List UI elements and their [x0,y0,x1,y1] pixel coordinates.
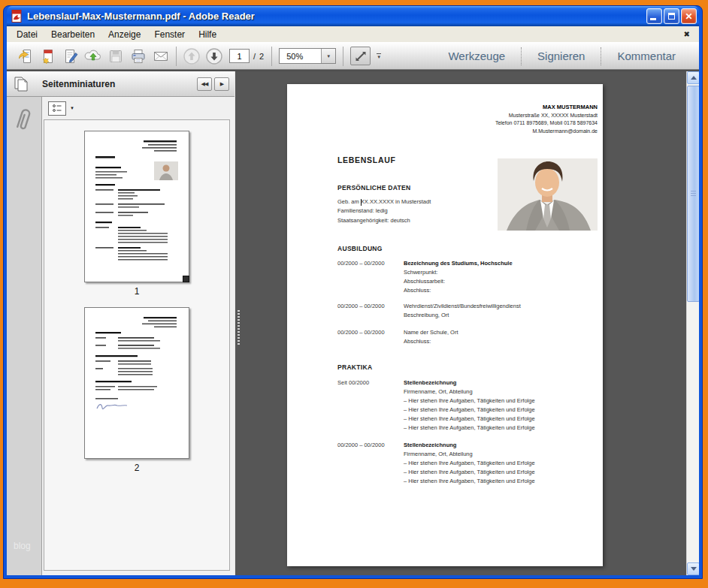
toolbar-separator [176,47,177,66]
page-1-preview [84,131,189,282]
previous-page-button[interactable] [180,46,203,67]
page-2-preview [84,307,189,459]
scroll-up-button[interactable] [687,71,699,84]
section-heading-personal: PERSÖNLICHE DATEN [337,184,411,191]
menu-bar: Datei Bearbeiten Anzeige Fenster Hilfe ✖ [7,26,699,42]
entry-title: Bezeichnung des Studiums, Hochschule [404,259,513,268]
contact-block: MAX MUSTERMANN Musterstraße XX, XXXXX Mu… [495,104,598,135]
entry-bullet: – Hier stehen Ihre Aufgaben, Tätigkeiten… [404,477,535,486]
adobe-reader-window: Lebenslauf-Max-Mustermann.pdf - Adobe Re… [3,5,703,579]
contact-email: M.Mustermann@domain.de [495,128,598,136]
education-entry: 00/2000 – 00/2000 Name der Schule, Ort A… [337,328,458,346]
fit-page-button[interactable] [350,47,371,65]
open-file-button[interactable] [14,46,37,67]
print-icon [129,47,147,65]
praktika-entry: Seit 00/2000 Stellenbezeichnung Firmenna… [337,378,535,432]
personal-data-lines: Geb. am XX.XX.XXXX in Musterstadt Famili… [337,198,431,225]
cloud-upload-button[interactable] [82,46,104,67]
family-line: Familienstand: ledig [337,207,431,216]
menu-bearbeiten[interactable]: Bearbeiten [44,28,101,41]
text-cursor [361,199,362,206]
entry-date: 00/2000 – 00/2000 [337,328,404,346]
entry-subtitle: Firmenname, Ort, Abteilung [404,450,535,459]
entry-bullet: – Hier stehen Ihre Aufgaben, Tätigkeiten… [404,397,535,406]
right-arrow-icon: ▶ [220,81,223,87]
entry-bullet: – Hier stehen Ihre Aufgaben, Tätigkeiten… [404,468,535,477]
create-pdf-button[interactable] [37,46,59,67]
double-left-icon: ◀◀ [201,81,208,87]
thumbnail-page-1[interactable]: 1 [84,131,189,297]
print-button[interactable] [127,46,150,67]
entry-bullet: – Hier stehen Ihre Aufgaben, Tätigkeiten… [404,406,535,415]
splitter-grip[interactable] [238,310,240,345]
education-entry: 00/2000 – 00/2000 Wehrdienst/Zivildienst… [337,302,521,320]
entry-bullet: – Hier stehen Ihre Aufgaben, Tätigkeiten… [404,459,535,468]
vertical-scrollbar[interactable] [686,71,699,575]
save-icon [107,47,125,65]
chevron-down-icon: ▼ [326,54,331,59]
menu-hilfe[interactable]: Hilfe [192,28,223,41]
paperclip-icon[interactable] [14,106,35,131]
pdf-app-icon [11,10,23,23]
minimize-icon [650,18,656,20]
thumbnails-sidebar: Seitenminiaturen ◀◀ ▶ blog [7,71,234,575]
document-viewport: MAX MUSTERMANN Musterstraße XX, XXXXX Mu… [241,71,686,575]
menu-datei[interactable]: Datei [10,28,44,41]
thumbnails-panel: ▼ [42,97,234,575]
title-bar: Lebenslauf-Max-Mustermann.pdf - Adobe Re… [7,6,699,26]
chevron-down-icon: ▼ [377,55,381,59]
page-1-miniature [85,131,189,282]
email-button[interactable] [150,46,172,67]
collapse-panel-button[interactable]: ◀◀ [197,77,212,91]
open-file-icon [17,47,35,65]
section-heading-education: AUSBILDUNG [337,245,383,252]
minimize-button[interactable] [646,8,662,24]
pdf-page-1[interactable]: MAX MUSTERMANN Musterstraße XX, XXXXX Mu… [287,84,603,566]
entry-title: Name der Schule, Ort [404,328,458,337]
page-2-miniature [85,308,189,458]
page-number-input[interactable] [229,49,250,63]
contact-phone: Telefon 0711 8975689, Mobil 0178 5897634 [495,119,598,128]
contact-address: Musterstraße XX, XXXXX Musterstadt [495,112,598,120]
entry-date: 00/2000 – 00/2000 [337,441,404,486]
close-document-icon[interactable]: ✖ [684,30,690,38]
toolbar-panels: Werkzeuge Signieren Kommentar [432,43,691,69]
save-button[interactable] [104,46,127,67]
scrollbar-thumb[interactable] [687,86,699,302]
panel-splitter[interactable] [234,71,241,575]
scrollbar-grip [691,191,696,197]
scroll-down-button[interactable] [687,562,699,575]
signieren-button[interactable]: Signieren [522,50,601,62]
thumbnail-label: 1 [84,286,189,297]
next-page-icon [205,47,223,65]
entry-date: 00/2000 – 00/2000 [337,259,404,295]
entry-title: Stellenbezeichnung [404,441,535,450]
zoom-level-select[interactable]: 50% ▼ [279,48,336,64]
email-icon [152,47,170,65]
menu-anzeige[interactable]: Anzeige [101,28,147,41]
sidebar-body: blog ▼ [7,97,234,575]
birth-line: Geb. am XX.XX.XXXX in Musterstadt [337,198,431,207]
sign-document-icon [62,47,80,65]
toolbar-overflow-button[interactable]: ▼ [377,53,381,59]
zoom-dropdown-button[interactable]: ▼ [321,49,335,63]
menu-fenster[interactable]: Fenster [147,28,192,41]
expand-panel-button[interactable]: ▶ [214,77,229,91]
thumbnail-resize-handle[interactable] [183,276,189,282]
kommentar-button[interactable]: Kommentar [601,50,691,62]
toolbar-separator [343,47,343,66]
next-page-button[interactable] [203,46,225,67]
entry-line: Beschreibung, Ort [404,311,521,320]
watermark-text: blog [14,541,31,551]
chevron-down-icon[interactable]: ▼ [70,106,74,110]
contact-name: MAX MUSTERMANN [495,104,598,112]
maximize-icon [668,13,675,20]
werkzeuge-button[interactable]: Werkzeuge [432,50,521,62]
thumbnail-page-2[interactable]: 2 [84,307,189,473]
entry-date: 00/2000 – 00/2000 [337,302,404,320]
page-count-label: / 2 [253,52,265,61]
sign-document-button[interactable] [59,46,82,67]
thumbnail-options-button[interactable] [48,101,66,116]
close-button[interactable]: ✕ [681,8,697,24]
maximize-button[interactable] [664,8,679,24]
